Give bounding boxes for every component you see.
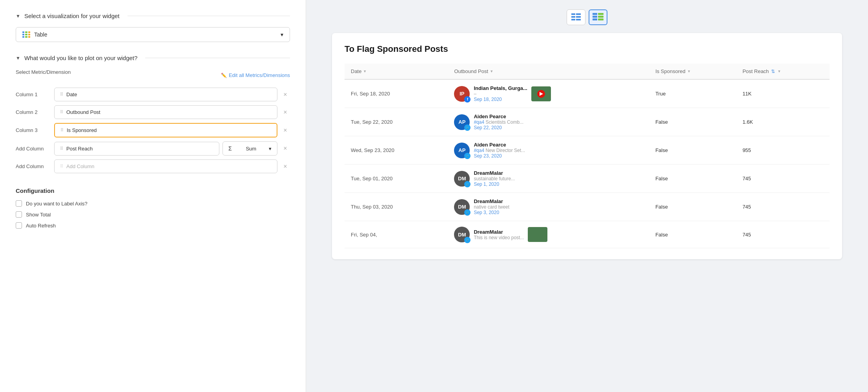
reach-sort-asc-icon[interactable]: ⇅ bbox=[771, 69, 775, 74]
label-axis-checkbox[interactable] bbox=[16, 200, 22, 207]
table-view-button[interactable] bbox=[589, 9, 607, 25]
drag-icon-3: ⠿ bbox=[60, 128, 64, 133]
cell-date-4: Thu, Sep 03, 2020 bbox=[345, 193, 448, 221]
cell-date-1: Tue, Sep 22, 2020 bbox=[345, 108, 448, 136]
column-row-2: Column 2 ⠿ Outbound Post × bbox=[16, 105, 290, 119]
cell-reach-4: 745 bbox=[736, 193, 830, 221]
aggregation-select[interactable]: Σ Sum ▾ bbox=[222, 141, 277, 156]
cell-post-5: DM🐦DreamMalarThis is new video post... bbox=[448, 221, 649, 248]
th-date[interactable]: Date ▾ bbox=[345, 64, 448, 79]
avatar: AP🐦 bbox=[454, 114, 470, 130]
add-column1-label: Add Column bbox=[16, 146, 51, 152]
cell-sponsored-4: False bbox=[649, 193, 736, 221]
column2-input[interactable]: ⠿ Outbound Post bbox=[54, 105, 277, 119]
add-column2-remove-button[interactable]: × bbox=[281, 162, 290, 171]
column3-input[interactable]: ⠿ Is Sponsored bbox=[54, 123, 277, 137]
svg-rect-11 bbox=[598, 18, 604, 20]
edit-pencil-icon: ✏️ bbox=[221, 73, 227, 78]
table-vis-icon bbox=[22, 31, 30, 38]
post-cell-inner: DM🐦DreamMalarnative card tweetSep 3, 202… bbox=[454, 198, 643, 215]
section1-arrow: ▼ bbox=[16, 13, 20, 19]
tw-badge-icon: 🐦 bbox=[464, 153, 470, 159]
post-cell-inner: AP🐦Aiden Pearce#qa4 Scientists Comb...Se… bbox=[454, 114, 643, 130]
cell-reach-0: 11K bbox=[736, 79, 830, 108]
date-sort-icon[interactable]: ▾ bbox=[364, 69, 366, 74]
play-button-icon[interactable] bbox=[537, 90, 545, 98]
table-body: Fri, Sep 18, 2020IPfIndian Petals, Gurga… bbox=[345, 79, 830, 248]
reach-filter-icon[interactable]: ▾ bbox=[778, 69, 780, 74]
cell-post-2: AP🐦Aiden Pearce#qa4 New Director Set...S… bbox=[448, 136, 649, 165]
cell-date-5: Fri, Sep 04, bbox=[345, 221, 448, 248]
section2-header: ▼ What would you like to plot on your wi… bbox=[16, 55, 290, 61]
post-link-date[interactable]: Sep 1, 2020 bbox=[474, 181, 515, 187]
add-column1-input[interactable]: ⠿ Post Reach bbox=[54, 142, 219, 156]
list-view-button[interactable] bbox=[567, 9, 585, 25]
visualization-dropdown[interactable]: Table ▾ bbox=[16, 27, 290, 42]
svg-rect-2 bbox=[571, 16, 575, 18]
table-row: Tue, Sep 01, 2020DM🐦DreamMalarsustainabl… bbox=[345, 165, 830, 193]
cell-post-1: AP🐦Aiden Pearce#qa4 Scientists Comb...Se… bbox=[448, 108, 649, 136]
section1-divider bbox=[128, 16, 290, 16]
cell-date-3: Tue, Sep 01, 2020 bbox=[345, 165, 448, 193]
metric-section-label: Select Metric/Dimension bbox=[16, 69, 71, 75]
widget-container: To Flag Sponsored Posts Date ▾ Outb bbox=[332, 33, 842, 259]
post-subtitle: native card tweet bbox=[474, 204, 509, 210]
cell-reach-3: 745 bbox=[736, 165, 830, 193]
column2-remove-button[interactable]: × bbox=[281, 108, 290, 117]
post-link-date[interactable]: Sep 22, 2020 bbox=[474, 125, 523, 130]
auto-refresh-checkbox[interactable] bbox=[16, 222, 22, 229]
post-info: DreamMalarThis is new video post... bbox=[474, 229, 524, 240]
configuration-section: Configuration Do you want to Label Axis?… bbox=[16, 187, 290, 229]
add-column-row-1: Add Column ⠿ Post Reach Σ Sum ▾ × bbox=[16, 141, 290, 156]
post-filter-icon[interactable]: ▾ bbox=[491, 69, 493, 74]
post-link-date[interactable]: Sep 23, 2020 bbox=[474, 153, 525, 159]
post-info: DreamMalarnative card tweetSep 3, 2020 bbox=[474, 198, 509, 215]
add-column2-label: Add Column bbox=[16, 163, 51, 169]
show-total-label: Show Total bbox=[26, 212, 51, 218]
post-thumbnail bbox=[528, 227, 547, 242]
add-column1-value: Post Reach bbox=[66, 146, 93, 152]
metric-section-top: Select Metric/Dimension ✏️ Edit all Metr… bbox=[16, 69, 290, 81]
column1-label: Column 1 bbox=[16, 92, 51, 97]
post-link-date[interactable]: Sep 3, 2020 bbox=[474, 210, 509, 215]
show-total-checkbox[interactable] bbox=[16, 211, 22, 218]
svg-rect-5 bbox=[576, 19, 581, 20]
aggregation-chevron-icon: ▾ bbox=[269, 146, 272, 152]
dropdown-chevron-icon: ▾ bbox=[281, 31, 283, 38]
th-reach[interactable]: Post Reach ⇅ ▾ bbox=[736, 64, 830, 79]
post-link-date[interactable]: Sep 18, 2020 bbox=[474, 97, 527, 102]
tw-badge-icon: 🐦 bbox=[464, 125, 470, 131]
column3-remove-button[interactable]: × bbox=[281, 126, 290, 135]
column2-value: Outbound Post bbox=[66, 109, 100, 115]
column1-input[interactable]: ⠿ Date bbox=[54, 88, 277, 101]
post-author: Aiden Pearce bbox=[474, 142, 525, 148]
post-subtitle: #qa4 New Director Set... bbox=[474, 148, 525, 153]
th-sponsored[interactable]: Is Sponsored ▾ bbox=[649, 64, 736, 79]
th-post[interactable]: Outbound Post ▾ bbox=[448, 64, 649, 79]
cell-post-0: IPfIndian Petals, Gurga...–Sep 18, 2020 bbox=[448, 79, 649, 108]
config-auto-refresh: Auto Refresh bbox=[16, 222, 290, 229]
column1-remove-button[interactable]: × bbox=[281, 90, 290, 99]
post-info: Aiden Pearce#qa4 Scientists Comb...Sep 2… bbox=[474, 114, 523, 130]
add-column2-placeholder: Add Column bbox=[66, 163, 95, 169]
cell-sponsored-5: False bbox=[649, 221, 736, 248]
cell-sponsored-3: False bbox=[649, 165, 736, 193]
config-label-axis: Do you want to Label Axis? bbox=[16, 200, 290, 207]
aggregation-value: Sum bbox=[246, 146, 256, 152]
column1-value: Date bbox=[66, 92, 77, 97]
sigma-icon: Σ bbox=[228, 145, 232, 152]
post-cell-inner: DM🐦DreamMalarsustainable future...Sep 1,… bbox=[454, 170, 643, 187]
add-column-row-2: Add Column ⠿ Add Column × bbox=[16, 159, 290, 173]
cell-sponsored-0: True bbox=[649, 79, 736, 108]
table-row: Fri, Sep 18, 2020IPfIndian Petals, Gurga… bbox=[345, 79, 830, 108]
add-column2-input[interactable]: ⠿ Add Column bbox=[54, 159, 277, 173]
cell-reach-5: 745 bbox=[736, 221, 830, 248]
add-column1-remove-button[interactable]: × bbox=[281, 144, 290, 153]
widget-title: To Flag Sponsored Posts bbox=[345, 44, 830, 54]
section1-header: ▼ Select a visualization for your widget bbox=[16, 13, 290, 19]
sponsored-filter-icon[interactable]: ▾ bbox=[688, 69, 690, 74]
post-thumbnail bbox=[531, 86, 551, 101]
svg-rect-8 bbox=[593, 16, 597, 18]
edit-metrics-link[interactable]: ✏️ Edit all Metrics/Dimensions bbox=[221, 72, 290, 78]
table-row: Tue, Sep 22, 2020AP🐦Aiden Pearce#qa4 Sci… bbox=[345, 108, 830, 136]
